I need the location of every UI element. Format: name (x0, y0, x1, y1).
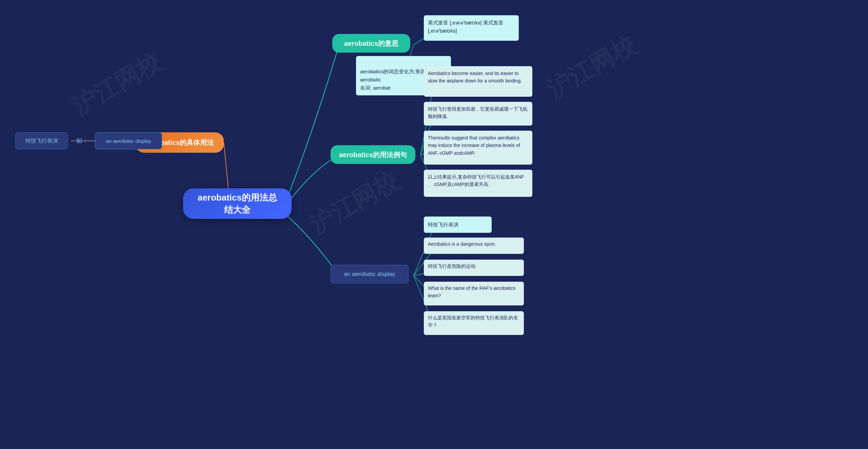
mindmap-container: 沪江网校 沪江网校 沪江网校 (0, 0, 868, 449)
aerobatic-display-right-node: an aerobatic display (331, 265, 409, 283)
sub1-en-label: Aerobatics is a dangerous sport. (428, 241, 496, 247)
sub1-zh-label: 特技飞行是危险的运动. (428, 263, 477, 269)
sub2-zh-label: 什么是英国皇家空军的特技飞行表演队的名字？ (428, 315, 518, 328)
watermark-3: 沪江网校 (541, 29, 642, 106)
aerobatic-display-left-node: an aerobatic display (95, 132, 162, 149)
sub1-zh-box: 特技飞行是危险的运动. (424, 260, 524, 276)
example2-en-label: Theresults suggest that complex aerobati… (428, 135, 520, 156)
tekijifeixing-label: 特技飞行表演 (25, 137, 58, 145)
example1-zh-box: 特技飞行变得更加容易，它更容易减缓一下飞机顺利降落. (424, 102, 532, 126)
watermark-1: 沪江网校 (66, 45, 167, 123)
yong-fa-li-ju-label: aerobatics的用法例句 (339, 150, 407, 160)
sub2-en-box: What is the name of the RAF's aerobatics… (424, 282, 524, 305)
watermark-2: 沪江网校 (303, 164, 404, 241)
sub-tekiji-label: 特技飞行表演 (428, 221, 458, 229)
ru-node: 如： (71, 132, 94, 149)
yi-si-node: aerobatics的意思 (332, 34, 410, 53)
example1-en-box: Aerobatics become easier, and its easier… (424, 66, 532, 97)
ru-label: 如： (76, 136, 88, 145)
example2-zh-label: 以上结果提示,复杂特技飞行可以引起血浆ANF 、 cGMP及cAMP的显著升高. (428, 174, 524, 187)
yong-fa-li-ju-node: aerobatics的用法例句 (331, 145, 415, 164)
center-label: aerobatics的用法总结大全 (193, 191, 281, 216)
yi-si-label: aerobatics的意思 (344, 39, 398, 48)
sub2-zh-box: 什么是英国皇家空军的特技飞行表演队的名字？ (424, 311, 524, 335)
example2-zh-box: 以上结果提示,复杂特技飞行可以引起血浆ANF 、 cGMP及cAMP的显著升高. (424, 170, 532, 197)
sub-tekiji-box: 特技飞行表演 (424, 217, 492, 233)
tekijifeixing-node: 特技飞行表演 (15, 132, 68, 149)
example1-zh-label: 特技飞行变得更加容易，它更容易减缓一下飞机顺利降落. (428, 106, 528, 119)
aerobatic-display-left-label: an aerobatic display (106, 137, 151, 145)
pronunciation-label: 英式发音 [ˌeərəˈbætɪks] 美式发音 [ˌerəˈbætɪks] (428, 20, 504, 34)
sub1-en-box: Aerobatics is a dangerous sport. (424, 238, 524, 254)
sub2-en-label: What is the name of the RAF's aerobatics… (428, 285, 515, 298)
example1-en-label: Aerobatics become easier, and its easier… (428, 71, 522, 83)
word-change-label: aerobatics的词态变化为:形容词: aerobatic 名词: aero… (360, 69, 432, 91)
pronunciation-box: 英式发音 [ˌeərəˈbætɪks] 美式发音 [ˌerəˈbætɪks] (424, 15, 519, 41)
center-node: aerobatics的用法总结大全 (183, 188, 292, 219)
aerobatic-display-right-label: an aerobatic display (344, 270, 395, 278)
example2-en-box: Theresults suggest that complex aerobati… (424, 131, 532, 165)
